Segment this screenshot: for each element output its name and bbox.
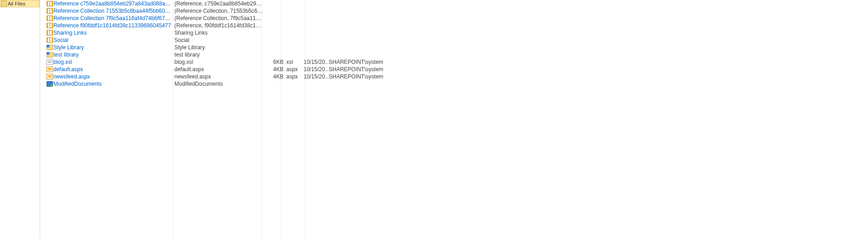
row-title-cell: ModifiedDocuments xyxy=(174,80,265,88)
row-title-cell: Sharing Links xyxy=(174,29,265,36)
folder-icon xyxy=(47,23,53,28)
row-modifiedby-cell: SHAREPOINT\system xyxy=(329,73,397,80)
tree-item-label: All Files xyxy=(8,0,26,7)
row-title-cell: (Reference Collection, 7f9c5aa11… xyxy=(174,15,265,22)
row-name-link[interactable]: ModifiedDocuments xyxy=(53,81,102,87)
folder-icon xyxy=(47,1,53,6)
row-modified-cell: 10/15/20… xyxy=(304,66,329,73)
row-size-cell: 6KB xyxy=(265,58,286,66)
row-modified-cell: 10/15/20… xyxy=(304,58,329,66)
row-title-cell: (Reference, f90fddf1c1614fd38c1… xyxy=(174,22,265,29)
folder-tree-sidebar[interactable]: All Files xyxy=(0,0,40,239)
file-list: Reference c759e2aa8b854eb297a843ad088ae0… xyxy=(40,0,868,239)
row-icon-cell xyxy=(40,30,53,36)
file-list-panel[interactable]: Reference c759e2aa8b854eb297a843ad088ae0… xyxy=(40,0,868,239)
folder-icon xyxy=(1,1,7,6)
row-title-cell: newsfeed.aspx xyxy=(174,73,265,80)
row-icon-cell xyxy=(40,81,53,87)
table-row[interactable]: test librarytest library xyxy=(40,51,868,58)
row-icon-cell xyxy=(40,1,53,6)
tree-item-all-files[interactable]: All Files xyxy=(0,0,40,7)
table-row[interactable]: Style LibraryStyle Library xyxy=(40,44,868,51)
app-root: All Files Reference c759e2aa8b854eb297a8… xyxy=(0,0,868,239)
table-row[interactable]: Sharing LinksSharing Links xyxy=(40,29,868,36)
row-name-link[interactable]: test library xyxy=(53,52,79,58)
row-icon-cell xyxy=(40,74,53,79)
table-row[interactable]: SocialSocial xyxy=(40,36,868,44)
row-title-cell: Social xyxy=(174,36,265,44)
row-modifiedby-cell: SHAREPOINT\system xyxy=(329,58,397,66)
row-icon-cell xyxy=(40,8,53,14)
row-type-cell: aspx xyxy=(286,66,304,73)
row-name-cell[interactable]: default.aspx xyxy=(53,66,174,73)
table-row[interactable]: ModifiedDocumentsModifiedDocuments xyxy=(40,80,868,88)
row-icon-cell xyxy=(40,37,53,43)
file-icon xyxy=(47,59,53,65)
folder-icon xyxy=(47,37,53,43)
row-name-link[interactable]: Reference f90fddf1c1614fd38c113396860454… xyxy=(53,22,171,29)
row-name-link[interactable]: Social xyxy=(53,37,68,43)
row-name-cell[interactable]: Reference f90fddf1c1614fd38c113396860454… xyxy=(53,22,174,29)
folder-icon xyxy=(47,30,53,36)
aspx-file-icon xyxy=(47,74,53,79)
row-modified-cell: 10/15/20… xyxy=(304,73,329,80)
row-name-link[interactable]: Reference Collection 7f9c5aa116af4d74b6f… xyxy=(53,15,174,21)
library-folder-icon xyxy=(47,52,53,57)
row-name-cell[interactable]: test library xyxy=(53,51,174,58)
row-title-cell: default.aspx xyxy=(174,66,265,73)
row-icon-cell xyxy=(40,23,53,28)
row-name-cell[interactable]: ModifiedDocuments xyxy=(53,80,174,88)
row-name-cell[interactable]: Reference Collection 7f9c5aa116af4d74b6f… xyxy=(53,15,174,22)
table-row[interactable]: newsfeed.aspxnewsfeed.aspx4KBaspx10/15/2… xyxy=(40,73,868,80)
row-title-cell: test library xyxy=(174,51,265,58)
row-name-cell[interactable]: newsfeed.aspx xyxy=(53,73,174,80)
row-name-link[interactable]: Sharing Links xyxy=(53,30,87,36)
row-name-cell[interactable]: Reference c759e2aa8b854eb297a843ad088ae0… xyxy=(53,0,174,7)
row-size-cell: 4KB xyxy=(265,66,286,73)
row-name-link[interactable]: Style Library xyxy=(53,44,84,51)
row-name-cell[interactable]: Sharing Links xyxy=(53,29,174,36)
row-name-cell[interactable]: Reference Collection 71553b5c6baa44f5bb6… xyxy=(53,7,174,15)
row-name-link[interactable]: Reference c759e2aa8b854eb297a843ad088ae0… xyxy=(53,0,174,7)
table-row[interactable]: blog.xslblog.xsl6KBxsl10/15/20…SHAREPOIN… xyxy=(40,58,868,66)
row-name-cell[interactable]: Style Library xyxy=(53,44,174,51)
table-row[interactable]: default.aspxdefault.aspx4KBaspx10/15/20…… xyxy=(40,66,868,73)
table-row[interactable]: Reference Collection 71553b5c6baa44f5bb6… xyxy=(40,7,868,15)
row-icon-cell xyxy=(40,16,53,21)
row-icon-cell xyxy=(40,52,53,57)
row-modifiedby-cell: SHAREPOINT\system xyxy=(329,66,397,73)
row-title-cell: Style Library xyxy=(174,44,265,51)
row-size-cell: 4KB xyxy=(265,73,286,80)
row-type-cell: xsl xyxy=(286,58,304,66)
row-name-cell[interactable]: Social xyxy=(53,36,174,44)
table-row[interactable]: Reference f90fddf1c1614fd38c113396860454… xyxy=(40,22,868,29)
folder-icon xyxy=(47,8,53,14)
row-icon-cell xyxy=(40,59,53,65)
library-folder-icon xyxy=(47,45,53,50)
row-icon-cell xyxy=(40,45,53,50)
table-row[interactable]: Reference c759e2aa8b854eb297a843ad088ae0… xyxy=(40,0,868,7)
row-title-cell: (Reference Collection, 71553b5c6… xyxy=(174,7,265,15)
table-row[interactable]: Reference Collection 7f9c5aa116af4d74b6f… xyxy=(40,15,868,22)
row-title-cell: blog.xsl xyxy=(174,58,265,66)
row-type-cell: aspx xyxy=(286,73,304,80)
row-icon-cell xyxy=(40,67,53,72)
row-name-cell[interactable]: blog.xsl xyxy=(53,58,174,66)
row-name-link[interactable]: blog.xsl xyxy=(53,59,72,65)
folder-icon xyxy=(47,16,53,21)
row-name-link[interactable]: Reference Collection 71553b5c6baa44f5bb6… xyxy=(53,8,174,14)
row-title-cell: (Reference, c759e2aa8b854eb297… xyxy=(174,0,265,7)
row-name-link[interactable]: default.aspx xyxy=(53,66,83,73)
row-name-link[interactable]: newsfeed.aspx xyxy=(53,73,90,80)
modified-documents-icon xyxy=(47,81,53,87)
aspx-file-icon xyxy=(47,67,53,72)
